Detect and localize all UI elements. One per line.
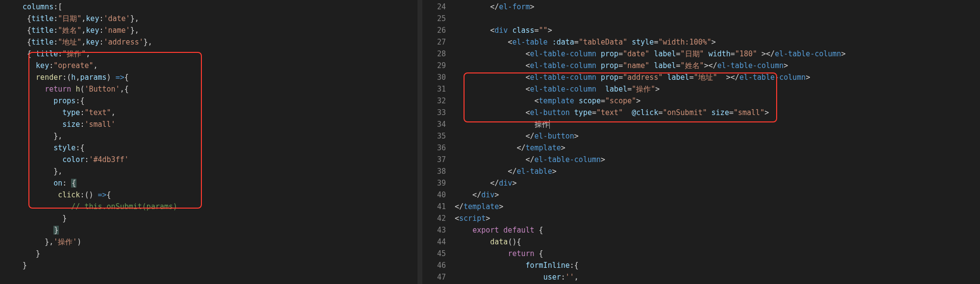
- line-number: 32: [422, 95, 446, 107]
- code-line[interactable]: <el-table :data="tableData" style="width…: [455, 36, 980, 48]
- code-line[interactable]: }: [23, 213, 422, 224]
- code-line[interactable]: </template>: [455, 201, 980, 213]
- code-line[interactable]: { title:"操作",: [23, 48, 422, 60]
- code-line[interactable]: <div class="">: [455, 24, 980, 36]
- code-line[interactable]: },'操作'): [23, 236, 422, 248]
- line-number: 42: [422, 213, 446, 224]
- code-line[interactable]: </el-table>: [455, 166, 980, 177]
- line-number: 31: [422, 83, 446, 95]
- code-line[interactable]: {title:"姓名",key:'name'},: [23, 24, 422, 36]
- line-number: 26: [422, 24, 446, 36]
- code-line[interactable]: {title:"日期",key:'date'},: [23, 13, 422, 24]
- code-line[interactable]: <script>: [455, 213, 980, 224]
- code-line[interactable]: </div>: [455, 177, 980, 189]
- code-line[interactable]: </el-form>: [455, 1, 980, 13]
- line-number: 37: [422, 154, 446, 166]
- line-number-gutter: 2425262728293031323334353637383940414243…: [422, 1, 455, 284]
- code-line[interactable]: formInline:{: [455, 260, 980, 271]
- code-line[interactable]: columns:[: [23, 1, 422, 13]
- code-line[interactable]: on: {: [23, 177, 422, 189]
- line-number: 41: [422, 201, 446, 213]
- code-line[interactable]: return {: [455, 248, 980, 260]
- line-number: 39: [422, 177, 446, 189]
- code-line[interactable]: </template>: [455, 142, 980, 154]
- line-number: 43: [422, 224, 446, 236]
- minimap-shadow-left: [417, 0, 422, 284]
- code-line[interactable]: },: [23, 130, 422, 142]
- code-line[interactable]: data(){: [455, 236, 980, 248]
- line-number: 40: [422, 189, 446, 201]
- code-line[interactable]: </div>: [455, 189, 980, 201]
- code-line[interactable]: {title:"地址",key:'address'},: [23, 36, 422, 48]
- code-line[interactable]: color:'#4db3ff': [23, 154, 422, 166]
- line-number: 25: [422, 13, 446, 24]
- code-line[interactable]: }: [23, 260, 422, 271]
- code-line[interactable]: click:() =>{: [23, 189, 422, 201]
- line-number: 46: [422, 260, 446, 271]
- code-line[interactable]: <el-table-column prop="date" label="日期" …: [455, 48, 980, 60]
- code-line[interactable]: </el-button>: [455, 130, 980, 142]
- line-number: 30: [422, 71, 446, 83]
- line-number: 28: [422, 48, 446, 60]
- code-line[interactable]: props:{: [23, 95, 422, 107]
- line-number: 47: [422, 271, 446, 283]
- code-area-right[interactable]: </el-form> <div class=""> <el-table :dat…: [455, 1, 980, 284]
- code-line[interactable]: size:'small': [23, 118, 422, 130]
- code-area-left[interactable]: columns:[ {title:"日期",key:'date'}, {titl…: [23, 1, 422, 271]
- line-number: 35: [422, 130, 446, 142]
- line-number: 36: [422, 142, 446, 154]
- line-number: 34: [422, 118, 446, 130]
- code-line[interactable]: return h('Button',{: [23, 83, 422, 95]
- code-line[interactable]: render:(h,params) =>{: [23, 71, 422, 83]
- code-line[interactable]: style:{: [23, 142, 422, 154]
- code-line[interactable]: 操作: [455, 118, 980, 130]
- code-line[interactable]: <el-button type="text" @click="onSubmit"…: [455, 107, 980, 118]
- code-line[interactable]: type:"text",: [23, 107, 422, 118]
- line-number: 33: [422, 107, 446, 118]
- code-line[interactable]: <el-table-column label="操作">: [455, 83, 980, 95]
- code-line[interactable]: <el-table-column prop="name" label="姓名">…: [455, 60, 980, 71]
- line-number: 29: [422, 60, 446, 71]
- code-line[interactable]: },: [23, 166, 422, 177]
- line-number: 45: [422, 248, 446, 260]
- code-line[interactable]: </el-table-column>: [455, 154, 980, 166]
- line-number: 24: [422, 1, 446, 13]
- code-line[interactable]: // this.onSubmit(params): [23, 201, 422, 213]
- code-line[interactable]: }: [23, 224, 422, 236]
- code-line[interactable]: user:'',: [455, 271, 980, 283]
- code-line[interactable]: <el-table-column prop="address" label="地…: [455, 71, 980, 83]
- editor-pane-right[interactable]: 2425262728293031323334353637383940414243…: [422, 0, 980, 284]
- code-line[interactable]: <template scope="scope">: [455, 95, 980, 107]
- code-line[interactable]: export default {: [455, 224, 980, 236]
- line-number: 38: [422, 166, 446, 177]
- line-number: 44: [422, 236, 446, 248]
- code-line[interactable]: [455, 13, 980, 24]
- code-line[interactable]: }: [23, 248, 422, 260]
- editor-pane-left[interactable]: columns:[ {title:"日期",key:'date'}, {titl…: [0, 0, 422, 284]
- line-number: 27: [422, 36, 446, 48]
- code-line[interactable]: key:"opreate",: [23, 60, 422, 71]
